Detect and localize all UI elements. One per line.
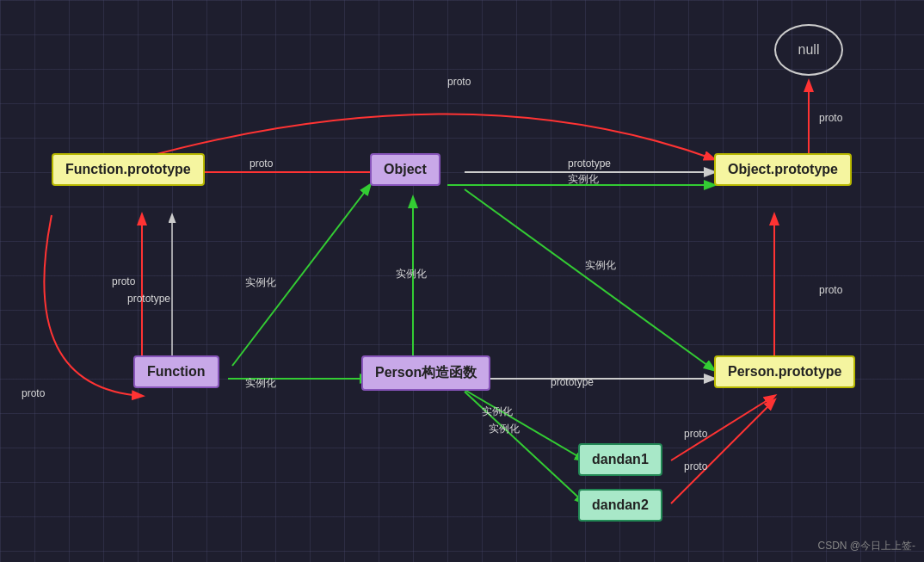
label-prototype-obj: prototype — [568, 157, 611, 170]
label-prototype-person: prototype — [551, 376, 594, 388]
label-proto-null: proto — [819, 112, 842, 124]
label-proto-dandan2: proto — [684, 460, 707, 472]
null-node: null — [774, 24, 843, 76]
function-prototype-node: Function.prototype — [52, 153, 205, 186]
label-instantiate-obj: 实例化 — [568, 172, 599, 187]
label-instantiate-obj-person: 实例化 — [585, 258, 616, 273]
person-prototype-node: Person.prototype — [714, 355, 855, 388]
label-proto-top: proto — [447, 76, 471, 88]
dandan1-node: dandan1 — [578, 443, 662, 476]
function-node: Function — [133, 355, 219, 388]
label-instantiate-person-obj: 实例化 — [396, 267, 427, 281]
label-instantiate-dandan2: 实例化 — [489, 422, 520, 436]
svg-line-13 — [671, 400, 774, 503]
label-proto-person-obj: proto — [819, 284, 842, 296]
label-proto-left-arc: proto — [22, 387, 45, 399]
label-proto-func: proto — [112, 275, 135, 287]
dandan2-node: dandan2 — [578, 489, 662, 522]
svg-line-15 — [465, 189, 714, 370]
watermark: CSDN @今日上上签- — [817, 539, 915, 553]
label-instantiate-func-person: 实例化 — [245, 376, 276, 391]
label-proto-object-to-fp: proto — [249, 157, 273, 170]
diagram-canvas: null Object.prototype Function.prototype… — [0, 0, 924, 562]
label-proto-dandan1: proto — [684, 428, 707, 440]
label-instantiate-func-obj: 实例化 — [245, 275, 276, 290]
object-node: Object — [370, 153, 440, 186]
object-prototype-node: Object.prototype — [714, 153, 852, 186]
person-constructor-node: Person构造函数 — [361, 355, 490, 391]
label-instantiate-dandan1: 实例化 — [482, 405, 513, 419]
svg-line-10 — [460, 387, 585, 460]
label-prototype-func: prototype — [127, 293, 170, 305]
